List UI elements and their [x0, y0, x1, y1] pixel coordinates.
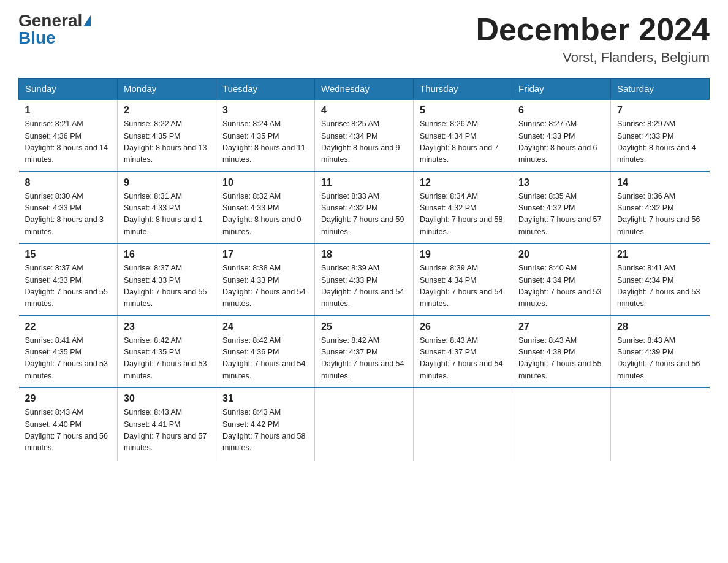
calendar-cell: 16 Sunrise: 8:37 AMSunset: 4:33 PMDaylig…	[118, 243, 216, 316]
day-info: Sunrise: 8:25 AMSunset: 4:34 PMDaylight:…	[321, 120, 400, 164]
day-info: Sunrise: 8:27 AMSunset: 4:33 PMDaylight:…	[518, 120, 597, 164]
day-number: 8	[25, 177, 112, 188]
day-number: 21	[617, 249, 703, 260]
calendar-cell: 8 Sunrise: 8:30 AMSunset: 4:33 PMDayligh…	[19, 172, 118, 244]
calendar-cell: 24 Sunrise: 8:42 AMSunset: 4:36 PMDaylig…	[216, 316, 315, 388]
calendar-cell: 30 Sunrise: 8:43 AMSunset: 4:41 PMDaylig…	[118, 388, 216, 461]
calendar-cell: 26 Sunrise: 8:43 AMSunset: 4:37 PMDaylig…	[414, 316, 512, 388]
day-number: 12	[420, 177, 506, 188]
calendar-cell: 10 Sunrise: 8:32 AMSunset: 4:33 PMDaylig…	[216, 172, 315, 244]
calendar-cell: 27 Sunrise: 8:43 AMSunset: 4:38 PMDaylig…	[512, 316, 611, 388]
calendar-cell	[414, 388, 512, 461]
day-info: Sunrise: 8:42 AMSunset: 4:37 PMDaylight:…	[321, 336, 404, 380]
day-number: 31	[222, 393, 308, 404]
calendar-cell: 31 Sunrise: 8:43 AMSunset: 4:42 PMDaylig…	[216, 388, 315, 461]
weekday-header-monday: Monday	[118, 79, 216, 100]
day-info: Sunrise: 8:22 AMSunset: 4:35 PMDaylight:…	[124, 120, 207, 164]
calendar-cell: 12 Sunrise: 8:34 AMSunset: 4:32 PMDaylig…	[414, 172, 512, 244]
calendar-cell: 19 Sunrise: 8:39 AMSunset: 4:34 PMDaylig…	[414, 243, 512, 316]
weekday-header-tuesday: Tuesday	[216, 79, 315, 100]
day-info: Sunrise: 8:43 AMSunset: 4:41 PMDaylight:…	[124, 408, 207, 452]
weekday-header-friday: Friday	[512, 79, 611, 100]
day-info: Sunrise: 8:42 AMSunset: 4:36 PMDaylight:…	[222, 336, 306, 380]
calendar-cell: 14 Sunrise: 8:36 AMSunset: 4:32 PMDaylig…	[611, 172, 710, 244]
day-info: Sunrise: 8:43 AMSunset: 4:40 PMDaylight:…	[25, 408, 108, 452]
day-info: Sunrise: 8:29 AMSunset: 4:33 PMDaylight:…	[617, 120, 696, 164]
location-title: Vorst, Flanders, Belgium	[476, 50, 710, 66]
day-number: 16	[124, 249, 210, 260]
day-info: Sunrise: 8:43 AMSunset: 4:38 PMDaylight:…	[518, 336, 602, 380]
day-info: Sunrise: 8:24 AMSunset: 4:35 PMDaylight:…	[222, 120, 306, 164]
weekday-header-wednesday: Wednesday	[315, 79, 414, 100]
day-number: 29	[25, 393, 112, 404]
calendar-week-row: 29 Sunrise: 8:43 AMSunset: 4:40 PMDaylig…	[19, 388, 710, 461]
day-info: Sunrise: 8:43 AMSunset: 4:37 PMDaylight:…	[420, 336, 503, 380]
weekday-header-row: SundayMondayTuesdayWednesdayThursdayFrid…	[19, 79, 710, 100]
calendar-cell: 9 Sunrise: 8:31 AMSunset: 4:33 PMDayligh…	[118, 172, 216, 244]
day-number: 28	[617, 321, 703, 332]
calendar-cell: 25 Sunrise: 8:42 AMSunset: 4:37 PMDaylig…	[315, 316, 414, 388]
day-info: Sunrise: 8:37 AMSunset: 4:33 PMDaylight:…	[124, 264, 207, 308]
logo-general-text: General	[18, 12, 82, 29]
day-number: 11	[321, 177, 407, 188]
day-info: Sunrise: 8:30 AMSunset: 4:33 PMDaylight:…	[25, 192, 104, 236]
day-number: 24	[222, 321, 308, 332]
calendar-cell: 22 Sunrise: 8:41 AMSunset: 4:35 PMDaylig…	[19, 316, 118, 388]
day-number: 14	[617, 177, 703, 188]
day-number: 26	[420, 321, 506, 332]
day-info: Sunrise: 8:26 AMSunset: 4:34 PMDaylight:…	[420, 120, 499, 164]
day-number: 7	[617, 105, 703, 116]
day-info: Sunrise: 8:39 AMSunset: 4:33 PMDaylight:…	[321, 264, 404, 308]
calendar-cell: 3 Sunrise: 8:24 AMSunset: 4:35 PMDayligh…	[216, 99, 315, 172]
day-info: Sunrise: 8:37 AMSunset: 4:33 PMDaylight:…	[25, 264, 108, 308]
page-header: General Blue December 2024 Vorst, Flande…	[18, 12, 710, 66]
calendar-cell: 6 Sunrise: 8:27 AMSunset: 4:33 PMDayligh…	[512, 99, 611, 172]
calendar-table: SundayMondayTuesdayWednesdayThursdayFrid…	[18, 78, 710, 461]
calendar-cell: 2 Sunrise: 8:22 AMSunset: 4:35 PMDayligh…	[118, 99, 216, 172]
day-number: 10	[222, 177, 308, 188]
day-info: Sunrise: 8:41 AMSunset: 4:35 PMDaylight:…	[25, 336, 108, 380]
day-info: Sunrise: 8:41 AMSunset: 4:34 PMDaylight:…	[617, 264, 700, 308]
day-info: Sunrise: 8:42 AMSunset: 4:35 PMDaylight:…	[124, 336, 207, 380]
day-number: 15	[25, 249, 112, 260]
day-number: 27	[518, 321, 604, 332]
day-number: 19	[420, 249, 506, 260]
day-info: Sunrise: 8:32 AMSunset: 4:33 PMDaylight:…	[222, 192, 301, 236]
calendar-cell: 18 Sunrise: 8:39 AMSunset: 4:33 PMDaylig…	[315, 243, 414, 316]
day-number: 1	[25, 105, 112, 116]
day-number: 17	[222, 249, 308, 260]
day-number: 13	[518, 177, 604, 188]
calendar-cell: 7 Sunrise: 8:29 AMSunset: 4:33 PMDayligh…	[611, 99, 710, 172]
day-info: Sunrise: 8:40 AMSunset: 4:34 PMDaylight:…	[518, 264, 602, 308]
logo: General Blue	[18, 12, 91, 47]
day-info: Sunrise: 8:31 AMSunset: 4:33 PMDaylight:…	[124, 192, 203, 236]
month-title: December 2024	[476, 12, 710, 47]
logo-triangle-icon	[83, 15, 91, 26]
logo-blue-text: Blue	[18, 29, 56, 47]
day-info: Sunrise: 8:34 AMSunset: 4:32 PMDaylight:…	[420, 192, 503, 236]
weekday-header-thursday: Thursday	[414, 79, 512, 100]
calendar-cell: 28 Sunrise: 8:43 AMSunset: 4:39 PMDaylig…	[611, 316, 710, 388]
calendar-week-row: 8 Sunrise: 8:30 AMSunset: 4:33 PMDayligh…	[19, 172, 710, 244]
day-number: 4	[321, 105, 407, 116]
calendar-cell: 20 Sunrise: 8:40 AMSunset: 4:34 PMDaylig…	[512, 243, 611, 316]
calendar-cell: 23 Sunrise: 8:42 AMSunset: 4:35 PMDaylig…	[118, 316, 216, 388]
calendar-cell: 4 Sunrise: 8:25 AMSunset: 4:34 PMDayligh…	[315, 99, 414, 172]
day-number: 6	[518, 105, 604, 116]
day-number: 23	[124, 321, 210, 332]
calendar-cell: 5 Sunrise: 8:26 AMSunset: 4:34 PMDayligh…	[414, 99, 512, 172]
day-info: Sunrise: 8:33 AMSunset: 4:32 PMDaylight:…	[321, 192, 404, 236]
day-number: 5	[420, 105, 506, 116]
day-number: 2	[124, 105, 210, 116]
calendar-cell	[611, 388, 710, 461]
day-number: 20	[518, 249, 604, 260]
weekday-header-saturday: Saturday	[611, 79, 710, 100]
day-info: Sunrise: 8:35 AMSunset: 4:32 PMDaylight:…	[518, 192, 602, 236]
day-info: Sunrise: 8:43 AMSunset: 4:39 PMDaylight:…	[617, 336, 700, 380]
calendar-cell: 21 Sunrise: 8:41 AMSunset: 4:34 PMDaylig…	[611, 243, 710, 316]
calendar-cell: 11 Sunrise: 8:33 AMSunset: 4:32 PMDaylig…	[315, 172, 414, 244]
calendar-week-row: 1 Sunrise: 8:21 AMSunset: 4:36 PMDayligh…	[19, 99, 710, 172]
calendar-cell: 13 Sunrise: 8:35 AMSunset: 4:32 PMDaylig…	[512, 172, 611, 244]
weekday-header-sunday: Sunday	[19, 79, 118, 100]
day-info: Sunrise: 8:43 AMSunset: 4:42 PMDaylight:…	[222, 408, 306, 452]
